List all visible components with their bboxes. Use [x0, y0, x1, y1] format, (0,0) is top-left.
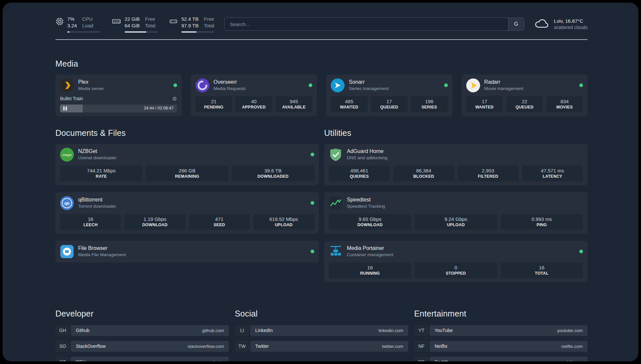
- bookmark-github[interactable]: GH Github github.com: [55, 325, 229, 336]
- stat-tile: 485 WANTED: [331, 96, 368, 112]
- service-name: NZBGet: [78, 148, 116, 155]
- stat-tile: 39.6 TB DOWNLOADED: [232, 166, 314, 181]
- memory-total-value: 64 GiB: [125, 22, 140, 29]
- bookmark-linkedin[interactable]: LI LinkedIn linkedin.com: [235, 325, 408, 336]
- sonarr-icon: [331, 78, 345, 92]
- service-description: Media File Management: [78, 252, 126, 258]
- service-card-nzbget[interactable]: nzbget NZBGet Usenet downloader 744.21 M…: [55, 144, 319, 185]
- memory-progress-track: [125, 31, 158, 33]
- service-name: Radarr: [484, 79, 524, 86]
- bookmark-url: dev.to: [212, 360, 224, 362]
- status-dot: [311, 250, 314, 253]
- stat-tile: 266 GB REMAINING: [146, 166, 228, 181]
- memory-widget: 22 GiB 64 GiB Free Total: [111, 16, 158, 33]
- playback-progress-bar[interactable]: 24:44 / 02:06:47: [60, 105, 177, 112]
- bookmark-reddit[interactable]: RE Reddit reddit.com: [414, 357, 588, 362]
- weather-widget[interactable]: Lviv, 16.87°C scattered clouds: [534, 18, 588, 31]
- plex-icon: [60, 78, 74, 92]
- stat-tile: 471 SEED: [189, 214, 250, 230]
- bookmark-youtube[interactable]: YT YouTube youtube.com: [414, 325, 588, 336]
- service-card-plex[interactable]: Plex Media server Bullet Train ⚙ 24:44 /…: [55, 75, 182, 116]
- section-title-developer: Developer: [55, 309, 229, 318]
- bookmark-name: YouTube: [435, 328, 453, 333]
- dashboard: 7% 3.24 CPU Load: [3, 3, 638, 361]
- stat-tile: 9.65 Gbps DOWNLOAD: [329, 214, 411, 230]
- bookmark-group-developer: Developer GH Github github.com SO StackO…: [55, 290, 229, 362]
- memory-readout: 22 GiB 64 GiB Free Total: [125, 16, 158, 33]
- status-dot: [311, 153, 314, 156]
- cpu-load-value: 3.24: [67, 22, 77, 29]
- service-name: AdGuard Home: [347, 148, 387, 155]
- stat-tile: 196 SERIES: [411, 96, 448, 112]
- service-name: File Browser: [78, 245, 126, 252]
- gear-icon[interactable]: ⚙: [172, 96, 177, 102]
- section-title-entertainment: Entertainment: [414, 309, 588, 318]
- service-description: Usenet downloader: [78, 155, 116, 161]
- documents-column: Documents & Files nzbget NZBGet Usenet d…: [55, 116, 319, 269]
- bookmark-url: reddit.com: [562, 360, 583, 362]
- service-card-sonarr[interactable]: Sonarr Series management 485 WANTED 17 Q…: [326, 75, 452, 116]
- service-card-radarr[interactable]: Radarr Movie management 17 WANTED 22 QUE…: [462, 75, 588, 116]
- bookmark-name: LinkedIn: [255, 328, 273, 333]
- service-card-qbittorrent[interactable]: qb qBittorrent Torrent downloader 16 LEE…: [55, 192, 319, 234]
- disk-progress-track: [181, 31, 214, 33]
- now-playing-title: Bullet Train: [60, 96, 83, 101]
- section-title-documents: Documents & Files: [55, 128, 319, 138]
- stat-tile: 16 LEECH: [60, 214, 121, 230]
- stat-tile: 744.21 Mbps RATE: [60, 166, 142, 181]
- svg-text:qb: qb: [64, 201, 70, 206]
- cpu-label: CPU: [82, 16, 93, 22]
- disk-free-label: Free: [204, 16, 214, 22]
- service-name: Plex: [78, 79, 104, 86]
- bookmark-abbr: RE: [414, 357, 429, 362]
- service-description: DNS and adblocking: [347, 155, 387, 161]
- service-description: Media server: [78, 86, 104, 92]
- stat-tile: 0.993 ms PING: [501, 214, 583, 230]
- bookmark-abbr: SO: [55, 341, 70, 352]
- service-card-adguard[interactable]: AdGuard Home DNS and adblocking 498,461 …: [324, 144, 588, 185]
- weather-location: Lviv, 16.87°C: [554, 18, 588, 24]
- cloud-icon: [534, 18, 549, 30]
- two-column-area: Documents & Files nzbget NZBGet Usenet d…: [55, 116, 588, 289]
- bookmark-name: Github: [76, 328, 89, 333]
- bookmark-url: stackoverflow.com: [188, 344, 224, 349]
- service-card-overseerr[interactable]: Overseerr Media Requests 21 PENDING 40 A…: [191, 75, 317, 116]
- search-provider-button[interactable]: G: [508, 18, 524, 30]
- bookmark-group-entertainment: Entertainment YT YouTube youtube.com NF …: [414, 290, 588, 362]
- bookmark-name: Reddit: [435, 359, 448, 361]
- pause-icon[interactable]: [63, 106, 67, 110]
- stat-tile: 945 AVAILABLE: [276, 96, 313, 112]
- bookmark-netflix[interactable]: NF Netflix netflix.com: [414, 341, 588, 352]
- bookmark-stackoverflow[interactable]: SO StackOverflow stackoverflow.com: [55, 341, 229, 352]
- resource-widgets: 7% 3.24 CPU Load: [55, 16, 214, 33]
- cpu-icon: [55, 16, 64, 33]
- memory-free-label: Free: [145, 16, 156, 22]
- portainer-icon: [329, 245, 343, 258]
- bookmark-abbr: NF: [414, 341, 429, 352]
- service-card-speedtest[interactable]: Speedtest Speedtest Tracking 9.65 Gbps D…: [324, 192, 588, 234]
- section-title-utilities: Utilities: [324, 128, 588, 138]
- weather-condition: scattered clouds: [554, 24, 588, 31]
- bookmark-name: StackOverflow: [76, 344, 106, 349]
- bookmark-dev[interactable]: DT DEV dev.to: [55, 357, 229, 362]
- now-playing-row: Bullet Train ⚙: [60, 96, 177, 102]
- disk-progress-fill: [181, 31, 197, 33]
- bookmark-url: youtube.com: [557, 328, 583, 333]
- topbar: 7% 3.24 CPU Load: [55, 16, 588, 33]
- cpu-readout: 7% 3.24 CPU Load: [67, 16, 100, 33]
- cpu-progress-track: [67, 31, 100, 33]
- search-bar: G: [224, 17, 524, 31]
- service-name: qBittorrent: [78, 197, 116, 203]
- topbar-divider: [55, 39, 588, 40]
- status-dot: [309, 83, 312, 87]
- bookmark-twitter[interactable]: TW Twitter twitter.com: [235, 341, 408, 352]
- bookmark-abbr: LI: [235, 325, 249, 336]
- stat-tile: 618.52 Mbps UPLOAD: [253, 214, 314, 230]
- service-description: Media Requests: [214, 86, 246, 92]
- service-card-portainer[interactable]: Media Portainer Container management 16 …: [324, 241, 588, 282]
- search-input[interactable]: [225, 18, 508, 30]
- svg-text:nzbget: nzbget: [62, 153, 72, 156]
- service-description: Speedtest Tracking: [347, 203, 385, 209]
- service-card-filebrowser[interactable]: File Browser Media File Management: [55, 241, 319, 262]
- bookmark-abbr: YT: [414, 325, 429, 336]
